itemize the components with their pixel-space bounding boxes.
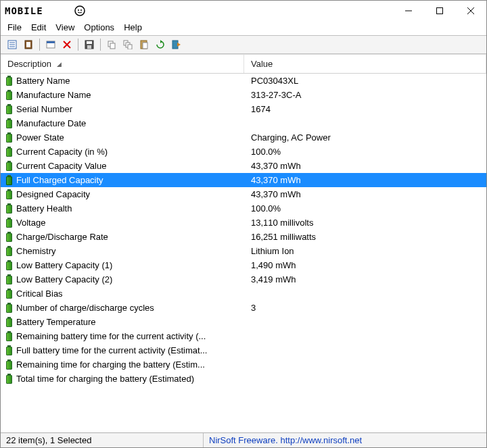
row-value: 100.0% [244,147,486,157]
row-description: Chemistry [16,246,56,256]
row-value: 1674 [244,104,486,114]
row-description: Voltage [16,218,45,228]
list-row[interactable]: Battery Health100.0% [1,201,486,216]
list-row[interactable]: Voltage13,110 millivolts [1,216,486,230]
list-row[interactable]: Battery NamePC03043XL [1,74,486,88]
list-row[interactable]: Charge/Discharge Rate16,251 milliwatts [1,230,486,244]
row-description: Current Capacity (in %) [16,147,108,157]
menu-options[interactable]: Options [84,22,114,32]
battery-icon [6,303,12,313]
battery-icon [6,76,12,86]
row-description: Power State [16,132,64,143]
list-row[interactable]: Designed Capacity43,370 mWh [1,187,486,201]
battery-icon [6,332,12,341]
svg-rect-22 [110,43,115,49]
report-icon[interactable] [5,37,20,52]
row-value: 43,370 mWh [244,175,486,185]
list-row[interactable]: Critical Bias [1,287,486,301]
menubar: File Edit View Options Help [1,21,486,35]
row-description: Battery Temperature [16,317,96,327]
battery-icon [6,161,12,171]
row-value: 43,370 mWh [244,189,486,199]
battery-icon [6,119,12,128]
battery-icon [6,360,12,370]
row-value: 100.0% [244,203,486,214]
listview[interactable]: Description ◢ Value Battery NamePC03043X… [1,54,486,432]
clipboard-icon[interactable] [21,37,36,52]
status-right-link[interactable]: NirSoft Freeware. http://www.nirsoft.net [204,435,486,445]
svg-marker-30 [177,43,181,47]
exit-icon[interactable] [169,37,184,52]
list-row[interactable]: Power StateCharging, AC Power [1,130,486,145]
row-description: Full Charged Capacity [16,175,103,185]
maximize-button[interactable] [424,1,455,21]
list-row[interactable]: ChemistryLithium Ion [1,244,486,258]
list-row[interactable]: Number of charge/discharge cycles3 [1,301,486,315]
list-row[interactable]: Low Battery Capacity (2)3,419 mWh [1,272,486,287]
svg-point-3 [80,9,82,11]
svg-rect-13 [26,42,30,47]
status-left: 22 item(s), 1 Selected [1,433,204,447]
battery-icon [6,105,12,114]
column-description[interactable]: Description ◢ [1,55,244,73]
list-row[interactable]: Full battery time for the current activi… [1,343,486,357]
toolbar-separator [100,39,101,51]
svg-rect-20 [87,45,91,49]
column-value[interactable]: Value [244,55,486,73]
menu-file[interactable]: File [7,22,22,32]
row-value: PC03043XL [244,76,486,86]
toolbar-separator [39,39,40,51]
list-row[interactable]: Remaining time for charging the battery … [1,357,486,372]
svg-rect-25 [128,45,132,49]
row-value: 313-27-3C-A [244,90,486,100]
row-value: 3,419 mWh [244,274,486,284]
list-row[interactable]: Battery Temperature [1,315,486,329]
list-row[interactable]: Manufacture Name313-27-3C-A [1,88,486,102]
list-row[interactable]: Total time for charging the battery (Est… [1,372,486,386]
row-description: Current Capacity Value [16,161,106,171]
battery-icon [6,147,12,157]
menu-help[interactable]: Help [124,22,142,32]
svg-rect-19 [87,41,92,44]
list-row[interactable]: Manufacture Date [1,116,486,130]
row-description: Total time for charging the battery (Est… [16,374,194,384]
row-description: Battery Health [16,203,72,214]
paste-icon[interactable] [137,37,152,52]
column-value-label: Value [251,59,273,69]
save-icon[interactable] [82,37,97,52]
list-row[interactable]: Remaining battery time for the current a… [1,329,486,343]
copy-icon[interactable] [104,37,119,52]
svg-rect-29 [172,41,178,49]
row-description: Number of charge/discharge cycles [16,303,154,313]
toolbar [1,35,486,54]
svg-rect-5 [437,8,443,14]
list-row[interactable]: Current Capacity (in %)100.0% [1,145,486,159]
battery-icon [6,133,12,143]
row-value: Lithium Ion [244,246,486,256]
row-description: Remaining time for charging the battery … [16,359,205,370]
list-row[interactable]: Full Charged Capacity43,370 mWh [1,173,486,187]
menu-edit[interactable]: Edit [31,22,46,32]
battery-icon [6,247,12,256]
battery-icon [6,275,12,284]
row-description: Serial Number [16,104,72,114]
battery-icon [6,91,12,100]
minimize-button[interactable] [393,1,424,21]
list-row[interactable]: Low Battery Capacity (1)1,490 mWh [1,258,486,272]
row-description: Designed Capacity [16,189,90,199]
delete-icon[interactable] [60,37,74,52]
close-button[interactable] [455,1,486,21]
list-row[interactable]: Serial Number1674 [1,102,486,116]
menu-view[interactable]: View [55,22,74,32]
toolbar-separator [78,39,78,51]
row-description: Manufacture Date [16,118,86,128]
list-row[interactable]: Current Capacity Value43,370 mWh [1,159,486,173]
svg-point-1 [75,6,85,16]
app-logo: MOBILE [5,5,86,17]
row-description: Full battery time for the current activi… [16,345,207,355]
window-buttons [393,1,486,21]
properties-icon[interactable] [43,37,58,52]
copy-all-icon[interactable] [120,37,135,52]
refresh-icon[interactable] [153,37,168,52]
row-value: 1,490 mWh [244,260,486,270]
